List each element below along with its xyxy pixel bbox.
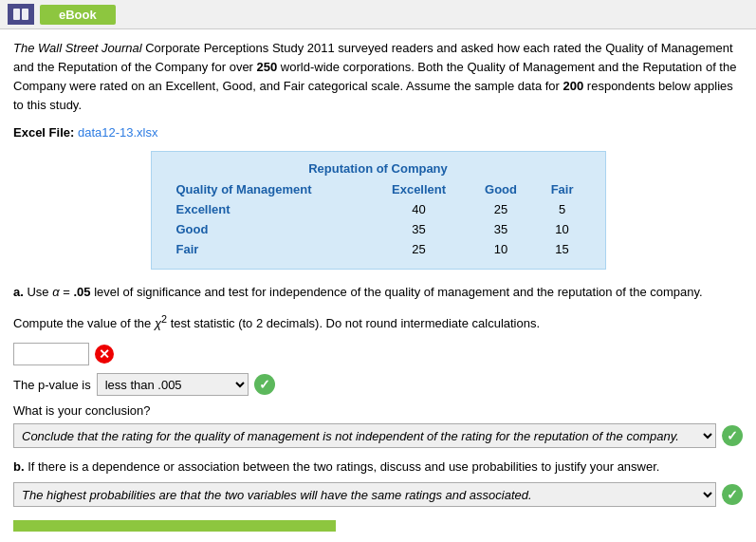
chi-square-input[interactable] <box>13 343 89 365</box>
excel-file-label: Excel File: data12-13.xlsx <box>13 125 743 140</box>
conclusion-row: Conclude that the rating for the quality… <box>13 423 743 448</box>
cell-good-fair: 10 <box>535 219 590 239</box>
ebook-header: eBook <box>0 0 756 29</box>
data-table-container: Reputation of Company Quality of Managem… <box>151 151 606 270</box>
reputation-header: Reputation of Company <box>167 161 590 179</box>
cell-good-excellent: 35 <box>371 219 468 239</box>
answer-row: The highest probabilities are that the t… <box>13 482 743 507</box>
conclusion-question: What is your conclusion? <box>13 403 743 418</box>
intro-paragraph: The Wall Street Journal Corporate Percep… <box>13 39 743 116</box>
col-header-excellent: Excellent <box>371 179 468 199</box>
bottom-bar <box>13 520 336 532</box>
row-label-fair: Fair <box>167 239 371 259</box>
answer-dropdown[interactable]: The highest probabilities are that the t… <box>13 482 716 507</box>
row-label-excellent: Excellent <box>167 199 371 219</box>
excel-file-link[interactable]: data12-13.xlsx <box>78 125 158 140</box>
cell-fair-good: 10 <box>467 239 534 259</box>
conclusion-check-icon: ✓ <box>722 425 743 446</box>
table-row: Fair 25 10 15 <box>167 239 590 259</box>
data-table: Quality of Management Excellent Good Fai… <box>167 179 590 259</box>
main-content: The Wall Street Journal Corporate Percep… <box>0 29 756 541</box>
table-row: Excellent 40 25 5 <box>167 199 590 219</box>
cell-fair-fair: 15 <box>535 239 590 259</box>
cell-excellent-fair: 5 <box>535 199 590 219</box>
row-label-good: Good <box>167 219 371 239</box>
cell-good-good: 35 <box>467 219 534 239</box>
pvalue-row: The p-value is less than .005 .005 to .0… <box>13 373 743 396</box>
table-row: Good 35 35 10 <box>167 219 590 239</box>
cell-excellent-good: 25 <box>467 199 534 219</box>
part-a-description: a. Use α = .05 level of significance and… <box>13 283 743 302</box>
svg-rect-0 <box>13 9 20 20</box>
conclusion-dropdown[interactable]: Conclude that the rating for the quality… <box>13 423 716 448</box>
chi-square-input-row: ✕ <box>13 343 743 365</box>
pvalue-label: The p-value is <box>13 378 91 392</box>
compute-label: Compute the value of the χ2 test statist… <box>13 311 743 333</box>
col-header-qom: Quality of Management <box>167 179 371 199</box>
col-header-fair: Fair <box>535 179 590 199</box>
col-header-good: Good <box>467 179 534 199</box>
pvalue-dropdown[interactable]: less than .005 .005 to .01 .01 to .025 .… <box>97 373 249 396</box>
part-a-section: a. Use α = .05 level of significance and… <box>13 283 743 302</box>
cell-fair-excellent: 25 <box>371 239 468 259</box>
error-icon[interactable]: ✕ <box>95 345 114 364</box>
part-b-description: b. If there is a dependence or associati… <box>13 458 743 477</box>
book-icon <box>8 4 34 25</box>
answer-check-icon: ✓ <box>722 484 743 505</box>
svg-rect-1 <box>22 9 28 20</box>
pvalue-check-icon: ✓ <box>254 374 275 395</box>
ebook-tab-label[interactable]: eBook <box>40 5 116 25</box>
cell-excellent-excellent: 40 <box>371 199 468 219</box>
compute-section: Compute the value of the χ2 test statist… <box>13 311 743 333</box>
